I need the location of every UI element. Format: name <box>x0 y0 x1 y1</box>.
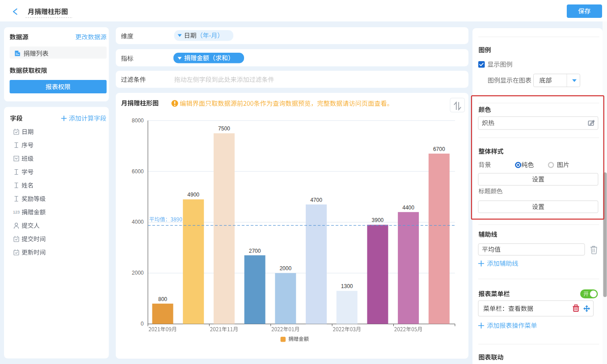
svg-text:800: 800 <box>158 296 167 302</box>
svg-text:4900: 4900 <box>187 192 199 198</box>
svg-text:8000: 8000 <box>132 117 144 124</box>
svg-text:2000: 2000 <box>132 270 144 276</box>
svg-text:4000: 4000 <box>132 219 144 225</box>
svg-text:7500: 7500 <box>218 126 230 132</box>
svg-text:2000: 2000 <box>279 265 291 272</box>
svg-text:1300: 1300 <box>341 283 353 289</box>
svg-text:2700: 2700 <box>249 248 261 254</box>
svg-text:0: 0 <box>141 321 144 327</box>
svg-text:6700: 6700 <box>433 146 445 152</box>
svg-text:4400: 4400 <box>402 205 414 211</box>
svg-text:3900: 3900 <box>372 217 384 223</box>
svg-text:6000: 6000 <box>132 168 144 175</box>
svg-text:4700: 4700 <box>310 197 322 203</box>
svg-text:123: 123 <box>13 210 20 214</box>
